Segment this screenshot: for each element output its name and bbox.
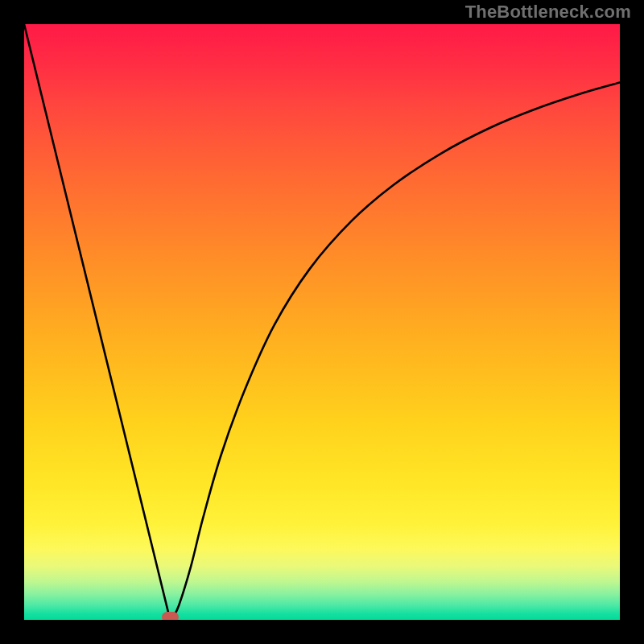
watermark-text: TheBottleneck.com bbox=[465, 2, 631, 23]
bottleneck-curve-path bbox=[24, 24, 620, 620]
chart-frame: TheBottleneck.com bbox=[0, 0, 644, 644]
minimum-marker bbox=[162, 612, 179, 620]
curve-svg bbox=[24, 24, 620, 620]
plot-area bbox=[24, 24, 620, 620]
